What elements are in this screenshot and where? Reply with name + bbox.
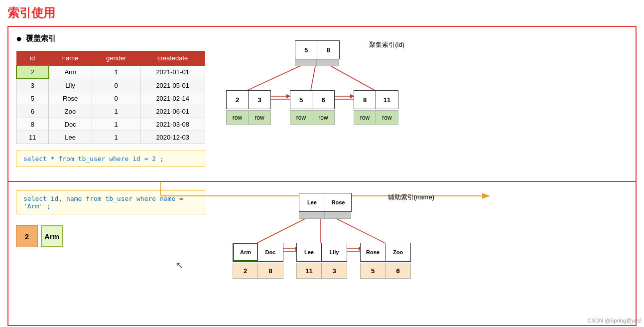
mid-node-left: 2 3 row row [226, 90, 271, 125]
cell-date: 2021-06-01 [140, 105, 205, 118]
secondary-index-tree: 辅助索引(name) Lee Rose Arm [215, 188, 628, 318]
watermark: CSDN @Spring是yds! [588, 317, 642, 325]
cell-gender: 0 [92, 92, 140, 105]
sec-val-5: 5 [361, 263, 386, 278]
cell-gender: 0 [92, 79, 140, 92]
cursor-icon: ↖ [175, 259, 184, 271]
cell-name: Rose [49, 92, 92, 105]
sec-val-8: 8 [258, 263, 283, 278]
row-center-2: row [312, 111, 334, 125]
col-gender: gender [92, 51, 140, 66]
row-left-2: row [249, 111, 270, 125]
mid-node-right: 8 11 row row [354, 90, 398, 125]
cell-id: 3 [16, 79, 49, 92]
bottom-section: select id, name from tb_user where name … [7, 182, 637, 326]
secondary-index-label: 辅助索引(name) [388, 193, 434, 202]
cell-date: 2021-01-01 [140, 65, 205, 79]
cell-name: Doc [49, 118, 92, 131]
data-table: id name gender createdate 2Arm12021-01-0… [16, 51, 205, 144]
sec-val-11: 11 [297, 263, 322, 278]
row-right-2: row [376, 111, 398, 125]
sec-root-1: Lee [299, 193, 325, 211]
table-row: 2Arm12021-01-01 [16, 65, 205, 79]
cell-name: Zoo [49, 105, 92, 118]
table-row: 5Rose02021-02-14 [16, 92, 205, 105]
result-name: Arm [41, 225, 63, 247]
top-section: ● 覆盖索引 id name gender createdate 2Arm120… [7, 26, 637, 182]
cell-id: 6 [16, 105, 49, 118]
secondary-root-node: Lee Rose [299, 193, 352, 219]
sec-doc-cell: Doc [258, 243, 283, 261]
cell-id: 2 [16, 65, 49, 79]
sec-rose-cell: Rose [361, 243, 386, 261]
mid-right-cell-1: 8 [354, 91, 376, 109]
cell-id: 5 [16, 92, 49, 105]
root-cell-1: 5 [295, 41, 317, 59]
covering-index-label: 覆盖索引 [26, 34, 56, 43]
col-name: name [49, 51, 92, 66]
table-row: 6Zoo12021-06-01 [16, 105, 205, 118]
root-cell-2: 8 [317, 41, 339, 59]
cell-name: Lily [49, 79, 92, 92]
table-row: 3Lily02021-05-01 [16, 79, 205, 92]
clustered-index-tree: 聚集索引(id) 5 8 2 3 [215, 33, 628, 175]
sec-val-3: 3 [322, 263, 347, 278]
mid-right-cell-2: 11 [376, 91, 398, 109]
table-row: 11Lee12020-12-03 [16, 131, 205, 144]
sec-root-2: Rose [325, 193, 351, 211]
mid-left-cell-1: 2 [227, 91, 249, 109]
result-display: 2 Arm [16, 225, 205, 247]
row-right-1: row [354, 111, 376, 125]
cell-id: 8 [16, 118, 49, 131]
top-left: ● 覆盖索引 id name gender createdate 2Arm120… [16, 33, 205, 167]
root-node: 5 8 [295, 40, 340, 66]
cell-name: Arm [49, 65, 92, 79]
section-heading: ● 覆盖索引 [16, 33, 205, 44]
mid-center-cell-2: 6 [312, 91, 334, 109]
sec-zoo-cell: Zoo [386, 243, 410, 261]
mid-center-cell-1: 5 [290, 91, 312, 109]
mid-left-cell-2: 3 [249, 91, 270, 109]
cell-date: 2021-05-01 [140, 79, 205, 92]
row-left-1: row [227, 111, 249, 125]
sec-val-2: 2 [233, 263, 258, 278]
bullet-icon: ● [16, 33, 22, 44]
main-container: ● 覆盖索引 id name gender createdate 2Arm120… [7, 26, 637, 326]
cell-date: 2021-03-08 [140, 118, 205, 131]
sec-val-6: 6 [386, 263, 410, 278]
cell-gender: 1 [92, 131, 140, 144]
col-id: id [16, 51, 49, 66]
sec-mid-center: Lee Lily 11 3 [296, 243, 347, 279]
mid-node-center: 5 6 row row [290, 90, 335, 125]
row-center-1: row [290, 111, 312, 125]
cell-id: 11 [16, 131, 49, 144]
cell-gender: 1 [92, 105, 140, 118]
col-createdate: createdate [140, 51, 205, 66]
page-title: 索引使用 [7, 5, 637, 21]
sec-lily-cell: Lily [322, 243, 347, 261]
clustered-index-label: 聚集索引(id) [369, 40, 404, 49]
sec-mid-left: Arm Doc 2 8 [233, 243, 283, 279]
table-row: 8Doc12021-03-08 [16, 118, 205, 131]
sec-mid-right: Rose Zoo 5 6 [360, 243, 411, 279]
result-id: 2 [16, 225, 38, 247]
sql-query-1: select * from tb_user where id = 2 ; [16, 151, 205, 167]
cell-name: Lee [49, 131, 92, 144]
cell-date: 2020-12-03 [140, 131, 205, 144]
cell-gender: 1 [92, 65, 140, 79]
cell-gender: 1 [92, 118, 140, 131]
sec-lee-cell: Lee [297, 243, 322, 261]
sec-arm-cell: Arm [233, 243, 258, 261]
cell-date: 2021-02-14 [140, 92, 205, 105]
